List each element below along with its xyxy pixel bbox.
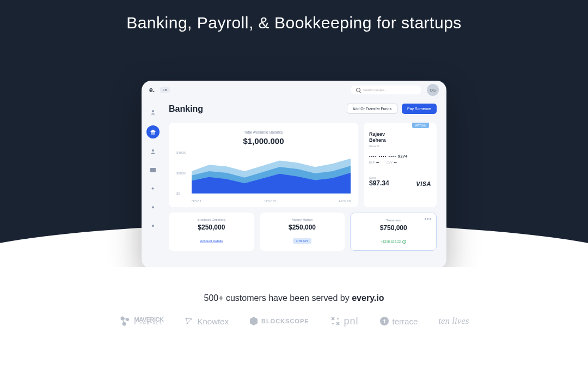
search-icon xyxy=(356,88,360,92)
main-content: Banking Add Or Transfer Funds Pay Someon… xyxy=(164,81,446,267)
page-header: Banking Add Or Transfer Funds Pay Someon… xyxy=(169,104,437,114)
account-card-treasures[interactable]: ••• Treasures $750,000 +$298,623.22 i xyxy=(350,213,437,251)
dashboard-mockup: e. FB Search people... OG ✦ ● ● xyxy=(142,81,446,267)
page-actions: Add Or Transfer Funds Pay Someone xyxy=(347,104,437,114)
nav-item-dashboard[interactable] xyxy=(148,107,158,118)
nav-item-help[interactable]: ● xyxy=(148,220,158,231)
logo-tenlives: ten lives xyxy=(438,316,469,327)
card-bottom: Spent $97.34 VISA xyxy=(369,176,431,187)
hero-section: Banking, Payroll, & Bookkeeping for star… xyxy=(0,0,588,267)
cardholder-name: RajeevBehera xyxy=(369,131,431,143)
sidebar: ✦ ● ● xyxy=(142,81,164,267)
svg-point-1 xyxy=(152,149,154,152)
card-meta: EXP••• CVV••• xyxy=(369,161,431,164)
x-axis: NOV 1 NOV 15 NOV 30 xyxy=(192,200,351,203)
chart-wrap: $400K $200K $0 NOV 1 NOV 15 NOV 3 xyxy=(176,151,351,203)
svg-point-0 xyxy=(152,110,154,112)
logo-pnl: pnl xyxy=(330,316,359,327)
account-card-money-market[interactable]: Money Market $250,000 3.7% APY xyxy=(260,213,345,251)
svg-text:t: t xyxy=(383,318,385,324)
card-number: •••• •••• •••• 9274 xyxy=(369,154,431,158)
search-input[interactable]: Search people... xyxy=(351,86,421,94)
app-logo: e. xyxy=(149,86,155,94)
svg-line-11 xyxy=(186,318,191,319)
info-icon[interactable]: i xyxy=(402,240,406,244)
logo-knowtex: Knowtex xyxy=(184,316,229,326)
logo-blockscope: BLOCKSCOPE xyxy=(249,316,309,326)
apy-pill: 3.7% APY xyxy=(293,238,312,244)
card-type-badge: VIRTUAL xyxy=(412,123,429,128)
pay-someone-button[interactable]: Pay Someone xyxy=(402,104,437,114)
logo-maverick: MAVERICKBIOMETALS xyxy=(119,315,164,327)
nav-item-more[interactable]: ✦ xyxy=(148,183,158,194)
balance-value: $1,000.000 xyxy=(176,136,351,146)
customer-logos: MAVERICKBIOMETALS Knowtex BLOCKSCOPE pnl… xyxy=(0,315,588,327)
workspace-badge[interactable]: FB xyxy=(160,87,170,93)
transfer-funds-button[interactable]: Add Or Transfer Funds xyxy=(347,104,397,114)
svg-line-13 xyxy=(187,319,191,323)
social-proof-text: 500+ customers have been served by every… xyxy=(0,293,588,303)
avatar[interactable]: OG xyxy=(427,84,439,96)
nav-item-banking[interactable] xyxy=(146,125,160,138)
svg-rect-2 xyxy=(150,168,156,172)
content-row: Total Available Balance $1,000.000 $400K… xyxy=(169,123,437,207)
hero-headline: Banking, Payroll, & Bookkeeping for star… xyxy=(0,0,588,33)
card-menu-icon[interactable]: ••• xyxy=(425,216,432,222)
gain-value: +$298,623.22 i xyxy=(381,240,406,244)
nav-item-people[interactable] xyxy=(148,146,158,157)
page-title: Banking xyxy=(169,104,203,114)
svg-point-15 xyxy=(337,318,339,319)
nav-item-cards[interactable] xyxy=(148,165,158,176)
virtual-card[interactable]: VIRTUAL RajeevBehera General •••• •••• •… xyxy=(364,123,437,207)
balance-label: Total Available Balance xyxy=(176,130,351,134)
svg-point-14 xyxy=(332,323,334,324)
spent-value: $97.34 xyxy=(369,179,389,187)
topbar: e. FB Search people... OG xyxy=(142,81,446,99)
y-axis: $400K $200K $0 xyxy=(176,151,191,195)
account-details-link[interactable]: Account Details xyxy=(200,239,223,243)
balance-chart xyxy=(192,151,351,194)
account-card-checking[interactable]: Business Checking $250,000 Account Detai… xyxy=(169,213,254,251)
search-placeholder: Search people... xyxy=(363,88,387,92)
accounts-row: Business Checking $250,000 Account Detai… xyxy=(169,213,437,251)
balance-chart-card: Total Available Balance $1,000.000 $400K… xyxy=(169,123,358,207)
card-subtext: General xyxy=(369,144,431,148)
svg-line-12 xyxy=(186,318,187,323)
logo-terrace: t terrace xyxy=(379,316,418,326)
card-network: VISA xyxy=(416,180,431,187)
nav-item-settings[interactable]: ● xyxy=(148,202,158,213)
